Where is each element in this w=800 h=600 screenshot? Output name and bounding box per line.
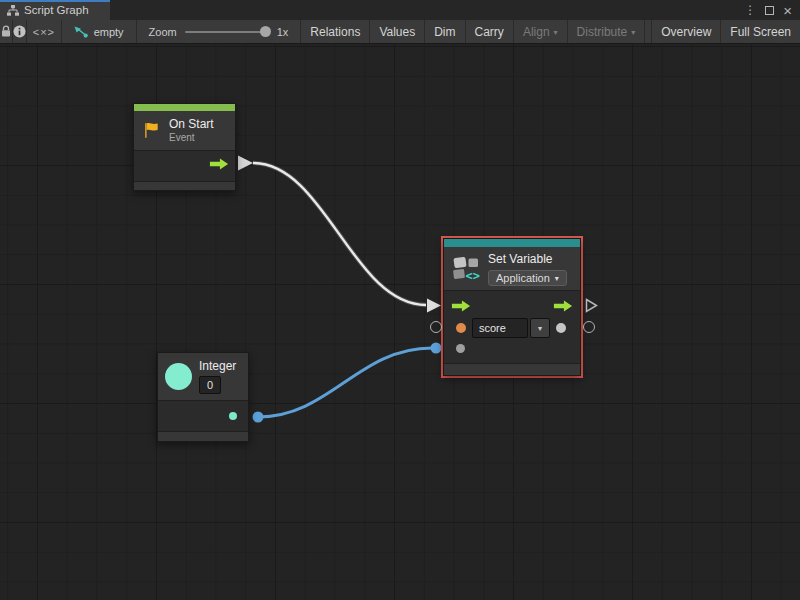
value-wire[interactable] [258,348,432,417]
flow-output-port[interactable] [553,299,573,313]
info-icon [13,25,26,38]
align-button[interactable]: Align▾ [514,20,568,43]
chevron-down-icon: ▾ [555,273,559,283]
window-titlebar: Script Graph ⋮ × [0,0,800,20]
set-variable-icon: <> [452,256,482,281]
flow-continuation-indicator[interactable] [585,298,598,313]
value-output-port[interactable] [556,323,566,333]
node-title: Integer [199,359,236,374]
overview-button[interactable]: Overview [651,20,721,43]
relations-button[interactable]: Relations [301,20,370,43]
variable-name-field[interactable]: score [472,318,528,338]
zoom-label: Zoom [149,26,177,38]
zoom-control: Zoom 1x [137,20,302,43]
flow-output-port[interactable] [209,157,229,171]
flow-wire-end-arrow[interactable] [427,299,441,313]
graph-reference[interactable]: empty [62,20,137,43]
zoom-slider[interactable] [185,31,269,33]
flag-icon [142,121,161,140]
integer-output-port[interactable] [229,412,237,420]
node-title: On Start [169,117,214,132]
variable-scope-dropdown[interactable]: Application ▾ [488,270,567,286]
variable-name-input-port[interactable] [456,323,466,333]
variable-name-dropdown-button[interactable]: ▾ [530,318,550,338]
variable-accent-stripe [444,239,580,247]
distribute-button[interactable]: Distribute▾ [568,20,646,43]
chevron-down-icon: ▾ [554,27,558,37]
node-title: Set Variable [488,252,567,267]
node-integer[interactable]: Integer 0 [157,352,249,442]
carry-button[interactable]: Carry [466,20,514,43]
unconnected-input-indicator[interactable] [430,321,442,333]
inspect-button[interactable] [13,20,27,43]
script-graph-icon [7,5,19,16]
wire-layer [0,44,800,600]
chevron-down-icon: ▾ [631,27,635,37]
angle-brackets-icon: <×> [33,26,55,38]
active-tab-accent [0,0,110,2]
zoom-level: 1x [277,26,289,38]
value-wire-start-dot[interactable] [253,412,264,423]
code-preview-button[interactable]: <×> [27,20,62,43]
graph-toolbar: <×> empty Zoom 1x Relations Values Dim C… [0,20,800,44]
graph-name-label: empty [94,26,124,38]
value-wire-end-dot[interactable] [431,343,442,354]
flow-input-port[interactable] [451,299,471,313]
node-set-variable[interactable]: <> Set Variable Application ▾ [441,236,583,378]
close-icon[interactable]: × [783,3,792,18]
fullscreen-button[interactable]: Full Screen [721,20,800,43]
window-menu-icon[interactable]: ⋮ [744,4,756,16]
integer-value-field[interactable]: 0 [199,376,221,394]
tab-title: Script Graph [24,4,89,16]
unconnected-output-indicator[interactable] [583,321,595,333]
node-subtitle: Event [169,132,214,144]
dim-button[interactable]: Dim [425,20,465,43]
graph-canvas[interactable]: On Start Event <> Set Variable [0,44,800,600]
svg-text:<>: <> [466,269,480,282]
flow-wire[interactable] [253,163,426,305]
lock-icon [0,25,12,38]
zoom-slider-handle[interactable] [260,26,271,37]
flow-wire-start-arrow[interactable] [238,156,253,171]
node-on-start[interactable]: On Start Event [133,103,236,191]
maximize-icon[interactable] [765,6,774,15]
tab-script-graph[interactable]: Script Graph [0,0,110,20]
event-accent-stripe [134,104,235,111]
graph-node-icon [74,26,88,38]
value-input-port[interactable] [456,344,465,353]
integer-type-icon [165,363,192,390]
lock-button[interactable] [0,20,13,43]
values-button[interactable]: Values [370,20,425,43]
chevron-down-icon: ▾ [538,323,542,333]
